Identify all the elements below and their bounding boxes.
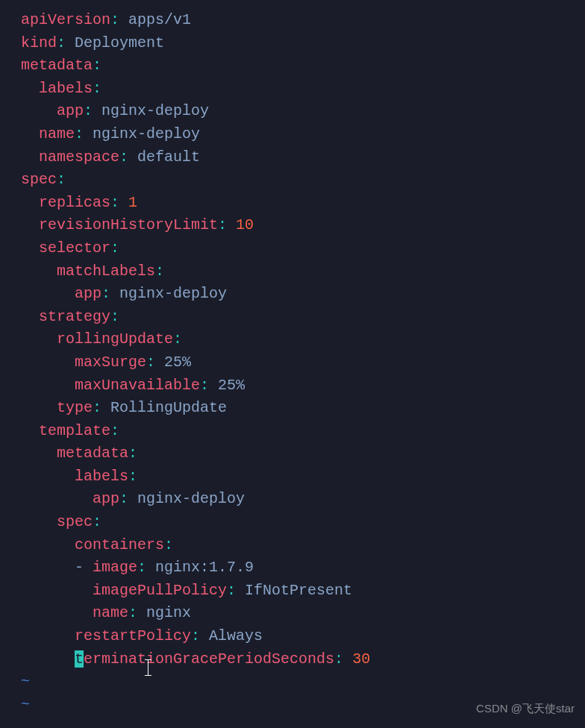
- code-line: labels:: [21, 78, 585, 101]
- code-line: spec:: [21, 169, 585, 192]
- code-line: selector:: [21, 237, 585, 260]
- code-line: replicas: 1: [21, 192, 585, 215]
- code-line: metadata:: [21, 442, 585, 465]
- code-line: maxSurge: 25%: [21, 351, 585, 374]
- code-line: template:: [21, 420, 585, 443]
- code-line: metadata:: [21, 54, 585, 78]
- text-cursor-icon: [148, 659, 148, 676]
- code-line: - image: nginx:1.7.9: [21, 556, 585, 580]
- code-line: terminationGracePeriodSeconds: 30: [21, 648, 585, 671]
- code-line: app: nginx-deploy: [21, 100, 585, 123]
- code-editor[interactable]: apiVersion: apps/v1 kind: Deployment met…: [21, 9, 585, 716]
- cursor-block: t: [75, 650, 84, 668]
- code-line: labels:: [21, 465, 585, 489]
- code-line: name: nginx-deploy: [21, 123, 585, 146]
- code-line: maxUnavailable: 25%: [21, 374, 585, 398]
- code-line: strategy:: [21, 306, 585, 329]
- code-line: spec:: [21, 511, 585, 534]
- code-line: matchLabels:: [21, 260, 585, 283]
- code-line: containers:: [21, 534, 585, 557]
- code-line: app: nginx-deploy: [21, 283, 585, 306]
- code-line: apiVersion: apps/v1: [21, 9, 585, 32]
- code-line: restartPolicy: Always: [21, 625, 585, 648]
- code-line: name: nginx: [21, 602, 585, 625]
- code-line: kind: Deployment: [21, 32, 585, 55]
- watermark: CSDN @飞天使star: [476, 700, 575, 718]
- code-line: revisionHistoryLimit: 10: [21, 214, 585, 237]
- code-line: app: nginx-deploy: [21, 488, 585, 511]
- code-line: namespace: default: [21, 146, 585, 169]
- code-line: type: RollingUpdate: [21, 397, 585, 420]
- code-line: imagePullPolicy: IfNotPresent: [21, 580, 585, 603]
- empty-line: ~: [21, 671, 585, 694]
- code-line: rollingUpdate:: [21, 328, 585, 351]
